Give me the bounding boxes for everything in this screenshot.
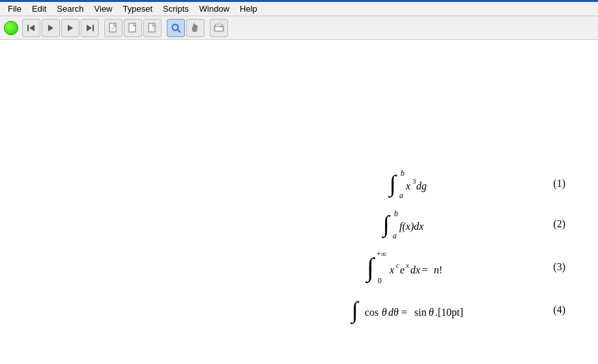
svg-rect-4: [93, 25, 94, 31]
svg-text:b: b: [401, 169, 405, 178]
svg-point-17: [221, 26, 222, 27]
svg-text:b: b: [394, 209, 398, 218]
menu-file[interactable]: File: [3, 3, 27, 15]
eq3-number: (3): [539, 261, 565, 273]
svg-rect-0: [27, 25, 29, 31]
eq2-formula: ∫ b a f(x)dx: [292, 207, 539, 241]
search-button[interactable]: [167, 19, 185, 37]
svg-marker-3: [68, 25, 73, 31]
svg-text:dx: dx: [410, 264, 420, 275]
svg-text:∫: ∫: [382, 211, 391, 238]
svg-text:dθ: dθ: [388, 307, 399, 318]
svg-text:+∞: +∞: [377, 249, 386, 259]
svg-text:dg: dg: [416, 180, 427, 192]
svg-text:.[10pt]: .[10pt]: [435, 307, 463, 318]
print-preview-button[interactable]: [210, 19, 228, 37]
forward-button[interactable]: [61, 19, 79, 37]
equation-row-4: ∫ cos θ dθ = sin θ .[10pt] (4): [292, 293, 565, 327]
skip-back-button[interactable]: [22, 19, 40, 37]
svg-text:e: e: [400, 264, 405, 275]
svg-rect-16: [216, 24, 222, 26]
eq4-formula: ∫ cos θ dθ = sin θ .[10pt]: [292, 293, 539, 327]
back-button[interactable]: [42, 19, 60, 37]
new-doc-button[interactable]: [104, 19, 122, 37]
svg-text:sin: sin: [414, 307, 427, 318]
svg-text:f(x)dx: f(x)dx: [399, 221, 423, 232]
svg-rect-15: [216, 27, 222, 31]
menu-help[interactable]: Help: [235, 3, 263, 15]
new-doc2-button[interactable]: [124, 19, 142, 37]
document-area: ∫ b a x 3 dg (1) ∫ b a: [0, 40, 598, 364]
svg-text:n: n: [434, 264, 439, 275]
svg-text:∫: ∫: [365, 253, 376, 283]
svg-text:cos: cos: [365, 307, 378, 318]
svg-text:=: =: [422, 264, 428, 275]
menu-scripts[interactable]: Scripts: [158, 3, 194, 15]
menu-edit[interactable]: Edit: [27, 3, 51, 15]
svg-text:∫: ∫: [388, 171, 397, 198]
eq1-formula: ∫ b a x 3 dg: [292, 167, 539, 201]
equation-row-3: ∫ +∞ 0 x c e x dx = n ! (3): [292, 247, 565, 287]
eq2-number: (2): [539, 218, 565, 230]
svg-rect-11: [149, 23, 155, 32]
svg-rect-10: [129, 23, 135, 32]
skip-forward-button[interactable]: [81, 19, 99, 37]
equation-row-2: ∫ b a f(x)dx (2): [292, 207, 565, 241]
svg-text:c: c: [396, 261, 399, 269]
toolbar: [0, 16, 598, 40]
eq1-number: (1): [539, 178, 565, 189]
svg-text:θ: θ: [382, 307, 387, 318]
svg-text:=: =: [401, 307, 407, 318]
svg-text:a: a: [393, 231, 397, 240]
svg-line-13: [178, 29, 180, 32]
menu-window[interactable]: Window: [194, 3, 235, 15]
svg-marker-1: [29, 25, 35, 31]
equation-row-1: ∫ b a x 3 dg (1): [292, 167, 565, 201]
svg-text:0: 0: [378, 276, 382, 285]
new-doc3-button[interactable]: [143, 19, 162, 37]
svg-text:!: !: [439, 264, 442, 275]
svg-text:x: x: [405, 180, 410, 191]
menu-typeset[interactable]: Typeset: [118, 3, 158, 15]
svg-marker-5: [87, 25, 92, 31]
svg-text:θ: θ: [429, 307, 434, 318]
equations-container: ∫ b a x 3 dg (1) ∫ b a: [292, 167, 585, 327]
menu-search[interactable]: Search: [51, 3, 89, 15]
svg-marker-2: [48, 25, 53, 31]
hand-tool-button[interactable]: [186, 19, 205, 37]
svg-text:a: a: [399, 191, 403, 200]
svg-text:x: x: [389, 264, 394, 275]
menubar: File Edit Search View Typeset Scripts Wi…: [0, 2, 598, 16]
menu-view[interactable]: View: [89, 3, 118, 15]
eq3-formula: ∫ +∞ 0 x c e x dx = n !: [292, 247, 539, 287]
svg-text:x: x: [405, 261, 409, 269]
green-circle-button[interactable]: [4, 21, 18, 35]
eq4-number: (4): [539, 304, 565, 316]
svg-text:∫: ∫: [350, 297, 360, 324]
